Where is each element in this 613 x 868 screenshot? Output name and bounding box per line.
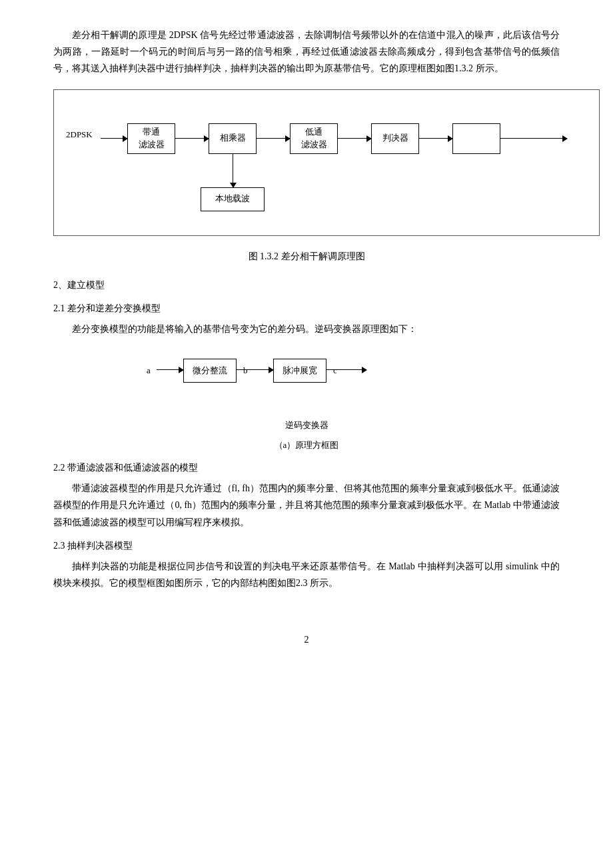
arrow-decision-to-empty bbox=[419, 138, 452, 139]
block-empty bbox=[452, 123, 500, 154]
section22-para1: 带通滤波器模型的作用是只允许通过（fl, fh）范围内的频率分量、但将其他范围的… bbox=[53, 480, 560, 531]
section23-title: 2.3 抽样判决器模型 bbox=[53, 537, 560, 554]
diagram2-container: a 微分整流 b 脉冲展宽 c bbox=[140, 351, 473, 404]
inverse-coder-label: 逆码变换器 bbox=[53, 417, 560, 433]
diagram1-container: 2DPSK 带通 滤波器 相乘器 本地载波 低通 滤波器 判决器 bbox=[53, 89, 600, 236]
arrow-b-to-pulse bbox=[237, 369, 273, 370]
block-multiplier: 相乘器 bbox=[209, 123, 257, 154]
page-number: 2 bbox=[305, 635, 309, 645]
diagram1-2dpsk-label: 2DPSK bbox=[66, 127, 93, 142]
block-diff: 微分整流 bbox=[183, 359, 237, 383]
diagram2-label-c: c bbox=[333, 363, 337, 378]
fig-caption-1: 图 1.3.2 差分相干解调原理图 bbox=[53, 248, 560, 265]
section23-para: 抽样判决器的功能是根据位同步信号和设置的判决电平来还原基带信号。在 Matlab… bbox=[53, 558, 560, 591]
arrow-2dpsk-to-bandpass bbox=[101, 138, 127, 139]
block-lowpass: 低通 滤波器 bbox=[290, 123, 338, 154]
diagram2-label-b: b bbox=[243, 363, 248, 378]
block-a-caption: （a）原理方框图 bbox=[53, 437, 560, 453]
section21-title: 2.1 差分和逆差分变换模型 bbox=[53, 300, 560, 317]
page-number-container: 2 bbox=[53, 631, 560, 648]
section2-title: 2、建立模型 bbox=[53, 277, 560, 293]
diagram2-label-a: a bbox=[147, 363, 151, 378]
arrow-multiplier-to-local bbox=[233, 154, 233, 187]
block-decision: 判决器 bbox=[371, 123, 419, 154]
block-pulse: 脉冲展宽 bbox=[273, 359, 326, 383]
section22-title: 2.2 带通滤波器和低通滤波器的模型 bbox=[53, 459, 560, 476]
arrow-a-to-diff bbox=[157, 369, 183, 370]
intro-paragraph: 差分相干解调的原理是 2DPSK 信号先经过带通滤波器，去除调制信号频带以外的在… bbox=[53, 27, 560, 77]
arrow-bandpass-to-multiplier bbox=[175, 138, 209, 139]
arrow-out bbox=[500, 138, 567, 139]
block-bandpass: 带通 滤波器 bbox=[127, 123, 175, 154]
arrow-lowpass-to-decision bbox=[338, 138, 371, 139]
section21-para: 差分变换模型的功能是将输入的基带信号变为它的差分码。逆码变换器原理图如下： bbox=[53, 321, 560, 337]
arrow-c-out bbox=[326, 369, 366, 370]
arrow-multiplier-to-lowpass bbox=[257, 138, 290, 139]
block-local: 本地载波 bbox=[201, 187, 265, 211]
